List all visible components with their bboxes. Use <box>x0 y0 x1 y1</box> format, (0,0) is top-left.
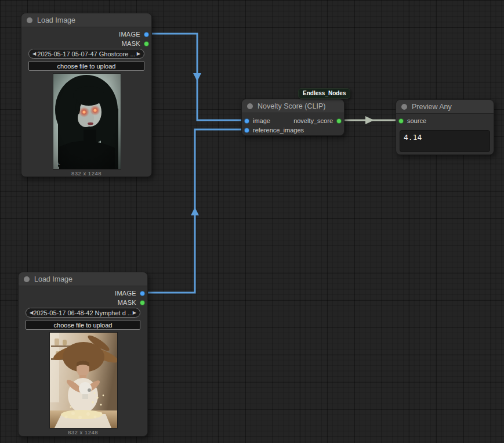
node-title: Load Image <box>34 275 72 283</box>
image-dimensions-label: 832 x 1248 <box>19 429 147 435</box>
collapse-dot-icon[interactable] <box>24 276 30 282</box>
collapse-dot-icon[interactable] <box>27 17 32 23</box>
node-canvas[interactable]: Load Image IMAGE MASK ◀ 2025-05-17 05-07… <box>0 0 504 443</box>
combo-value: 2025-05-17 06-48-42 Nymphet d ... <box>33 309 133 316</box>
output-label-mask: MASK <box>118 299 136 306</box>
collapse-dot-icon[interactable] <box>247 103 253 109</box>
link-bottom-image-to-reference <box>144 129 246 293</box>
input-label-reference-images: reference_images <box>253 127 304 134</box>
input-slot-reference-images[interactable] <box>244 128 249 133</box>
link-arrow-down-icon <box>193 73 201 81</box>
output-slot-novelty-score[interactable] <box>336 118 342 124</box>
combo-value: 2025-05-17 05-07-47 Ghostcore ... <box>36 51 137 57</box>
node-title: Novelty Score (CLIP) <box>258 102 325 110</box>
node-header[interactable]: Load Image <box>19 272 147 286</box>
output-slot-image[interactable] <box>140 291 145 296</box>
image-dimensions-label: 832 x 1248 <box>21 170 151 177</box>
image-preview-kitchen <box>50 333 117 428</box>
output-label-mask: MASK <box>122 40 140 47</box>
input-slot-source[interactable] <box>398 118 404 124</box>
preview-value-box: 4.14 <box>400 130 490 152</box>
collapse-dot-icon[interactable] <box>401 104 407 110</box>
input-label-source: source <box>407 117 426 124</box>
output-label-image: IMAGE <box>115 290 136 297</box>
output-slot-image[interactable] <box>144 32 149 37</box>
svg-text:rL: rL <box>57 162 60 165</box>
combo-next-icon[interactable]: ▶ <box>137 52 140 56</box>
input-slot-image[interactable] <box>244 118 249 124</box>
node-novelty-score[interactable]: Novelty Score (CLIP) image reference_ima… <box>241 99 345 136</box>
image-filename-combo[interactable]: ◀ 2025-05-17 05-07-47 Ghostcore ... ▶ <box>28 49 144 59</box>
node-header[interactable]: Load Image <box>21 13 151 27</box>
node-load-image-bottom[interactable]: Load Image IMAGE MASK ◀ 2025-05-17 06-48… <box>18 272 148 437</box>
node-header[interactable]: Preview Any <box>396 100 494 114</box>
link-top-image-to-image <box>148 34 246 120</box>
node-title: Load Image <box>37 16 75 24</box>
node-title: Preview Any <box>412 103 452 111</box>
output-label-image: IMAGE <box>119 31 140 38</box>
node-load-image-top[interactable]: Load Image IMAGE MASK ◀ 2025-05-17 05-07… <box>21 13 152 177</box>
link-arrow-up-icon <box>191 207 199 215</box>
choose-file-button[interactable]: choose file to upload <box>26 320 140 330</box>
image-filename-combo[interactable]: ◀ 2025-05-17 06-48-42 Nymphet d ... ▶ <box>26 308 140 318</box>
link-arrow-right-icon <box>365 116 374 124</box>
combo-next-icon[interactable]: ▶ <box>133 311 136 315</box>
node-preview-any[interactable]: Preview Any source 4.14 <box>396 99 494 155</box>
node-pack-badge: Endless_Nodes <box>298 88 350 99</box>
output-label-novelty-score: novelty_score <box>293 117 333 124</box>
image-preview-portrait: rL <box>53 74 121 169</box>
node-header[interactable]: Novelty Score (CLIP) <box>242 99 344 113</box>
output-slot-mask[interactable] <box>140 300 145 305</box>
input-label-image: image <box>253 117 270 124</box>
output-slot-mask[interactable] <box>144 41 149 46</box>
choose-file-button[interactable]: choose file to upload <box>28 61 144 71</box>
